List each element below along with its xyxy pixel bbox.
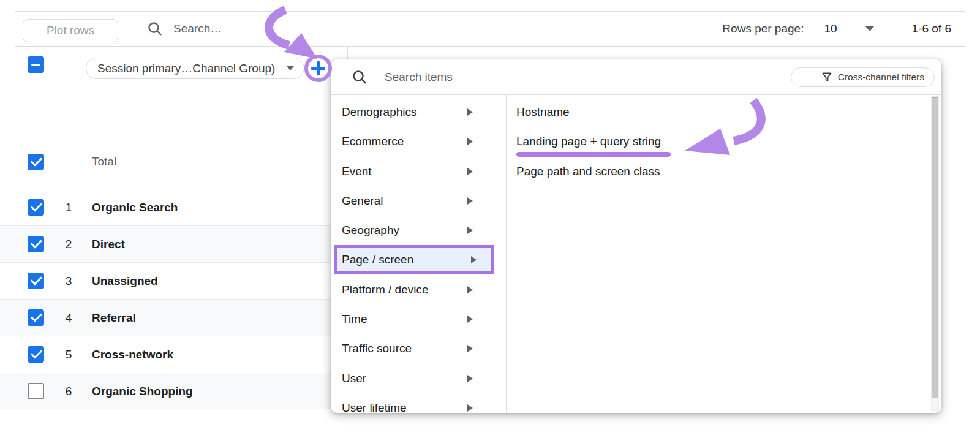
filter-funnel-icon bbox=[822, 72, 832, 82]
category-label: Time bbox=[342, 312, 368, 326]
table-row[interactable]: 3 Unassigned bbox=[0, 262, 331, 299]
table-total-row: Total bbox=[0, 151, 331, 172]
dimension-item-label: Landing page + query string bbox=[516, 135, 661, 148]
table-row[interactable]: 6 Organic Shopping bbox=[0, 373, 331, 409]
category-label: Page / screen bbox=[342, 253, 413, 267]
dimension-category-item[interactable]: User lifetime bbox=[331, 393, 506, 413]
search-input[interactable]: Search… bbox=[173, 22, 222, 36]
table-row[interactable]: 5 Cross-network bbox=[0, 336, 331, 373]
arrow-to-add-dimension bbox=[269, 10, 317, 59]
total-row-checkbox[interactable] bbox=[28, 154, 44, 170]
table-row[interactable]: 2 Direct bbox=[0, 225, 331, 262]
dimension-category-item[interactable]: General bbox=[331, 186, 506, 216]
table-rows: 1 Organic Search 2 Direct 3 Unassigned 4… bbox=[0, 189, 331, 409]
table-search[interactable]: Search… bbox=[147, 12, 222, 46]
search-icon bbox=[352, 69, 368, 85]
dimension-category-item[interactable]: Demographics bbox=[331, 97, 506, 127]
rows-per-page-label: Rows per page: bbox=[722, 22, 804, 36]
select-all-checkbox[interactable] bbox=[28, 56, 44, 73]
row-channel-label: Unassigned bbox=[92, 274, 158, 288]
cross-channel-filters-button[interactable]: Cross-channel filters bbox=[791, 67, 935, 87]
category-label: Traffic source bbox=[342, 342, 412, 355]
row-checkbox[interactable] bbox=[28, 383, 44, 399]
submenu-caret-icon bbox=[467, 108, 473, 116]
plus-icon bbox=[317, 61, 320, 75]
primary-dimension-label: Session primary…Channel Group) bbox=[97, 62, 275, 75]
picker-search-input[interactable]: Search items bbox=[385, 70, 453, 84]
table-row[interactable]: 4 Referral bbox=[0, 299, 331, 336]
dimension-category-item[interactable]: Page / screen bbox=[334, 245, 494, 274]
page-range-label: 1-6 of 6 bbox=[912, 22, 951, 36]
primary-dimension-dropdown[interactable]: Session primary…Channel Group) bbox=[86, 58, 304, 79]
search-icon bbox=[147, 21, 163, 37]
plot-rows-button[interactable]: Plot rows bbox=[23, 19, 118, 42]
category-label: Ecommerce bbox=[342, 135, 404, 148]
dimension-item-label: Page path and screen class bbox=[516, 165, 660, 178]
row-index: 5 bbox=[50, 348, 87, 361]
add-dimension-button[interactable] bbox=[304, 55, 332, 82]
dimension-category-item[interactable]: Traffic source bbox=[331, 334, 506, 363]
row-checkbox[interactable] bbox=[28, 309, 44, 326]
submenu-caret-icon bbox=[467, 286, 473, 293]
dimension-item[interactable]: Page path and screen class bbox=[507, 157, 941, 186]
category-label: General bbox=[342, 194, 383, 208]
submenu-caret-icon bbox=[467, 197, 473, 205]
submenu-caret-icon bbox=[467, 404, 473, 412]
dimension-category-item[interactable]: Geography bbox=[331, 216, 506, 245]
toolbar-divider bbox=[132, 12, 132, 46]
submenu-caret-icon bbox=[467, 168, 473, 175]
row-channel-label: Direct bbox=[92, 238, 125, 251]
row-channel-label: Organic Shopping bbox=[92, 385, 193, 398]
submenu-caret-icon bbox=[467, 316, 473, 323]
dimension-item[interactable]: Landing page + query string bbox=[507, 127, 941, 156]
row-index: 4 bbox=[50, 311, 87, 325]
row-checkbox[interactable] bbox=[28, 199, 44, 216]
analytics-report-page: Plot rows Search… Rows per page: 10 1-6 … bbox=[0, 0, 980, 435]
row-index: 3 bbox=[50, 274, 87, 288]
row-index: 2 bbox=[50, 238, 87, 251]
dimension-category-item[interactable]: User bbox=[331, 363, 506, 393]
picker-search-bar[interactable]: Search items Cross-channel filters bbox=[331, 59, 941, 95]
category-label: Demographics bbox=[342, 105, 417, 119]
row-index: 6 bbox=[50, 385, 87, 398]
category-label: Platform / device bbox=[342, 283, 429, 297]
table-row[interactable]: 1 Organic Search bbox=[0, 189, 331, 225]
dimension-caret-icon bbox=[287, 66, 294, 70]
cross-channel-filters-label: Cross-channel filters bbox=[838, 72, 924, 83]
submenu-caret-icon bbox=[467, 345, 473, 352]
dimension-category-item[interactable]: Time bbox=[331, 304, 506, 334]
dimension-picker-panel: Search items Cross-channel filters Demog… bbox=[331, 59, 941, 413]
rows-per-page-value[interactable]: 10 bbox=[824, 22, 837, 36]
row-checkbox[interactable] bbox=[28, 346, 44, 363]
row-checkbox[interactable] bbox=[28, 236, 44, 252]
row-channel-label: Referral bbox=[92, 311, 136, 325]
category-label: User lifetime bbox=[342, 401, 407, 413]
dimension-category-menu: Demographics Ecommerce Event Gen bbox=[331, 95, 507, 413]
category-label: User bbox=[342, 372, 366, 385]
dimension-item[interactable]: Hostname bbox=[507, 97, 941, 127]
dimension-category-item[interactable]: Ecommerce bbox=[331, 127, 506, 156]
dimension-category-item[interactable]: Event bbox=[331, 157, 506, 186]
submenu-caret-icon bbox=[471, 256, 477, 263]
row-channel-label: Organic Search bbox=[92, 201, 178, 214]
table-column-divider bbox=[347, 47, 348, 59]
picker-body: Demographics Ecommerce Event Gen bbox=[331, 95, 941, 413]
dimension-submenu: Hostname Landing page + query string Pag… bbox=[507, 95, 941, 413]
dimension-category-item[interactable]: Platform / device bbox=[331, 274, 506, 304]
category-label: Event bbox=[342, 165, 372, 178]
submenu-caret-icon bbox=[467, 227, 473, 234]
submenu-caret-icon bbox=[467, 138, 473, 145]
row-channel-label: Cross-network bbox=[92, 348, 173, 361]
pagination-controls: Rows per page: 10 1-6 of 6 bbox=[722, 12, 951, 46]
category-label: Geography bbox=[342, 224, 399, 237]
toolbar-bottom-border bbox=[15, 46, 965, 47]
total-row-label: Total bbox=[92, 155, 116, 168]
submenu-caret-icon bbox=[467, 375, 473, 382]
row-index: 1 bbox=[50, 201, 87, 214]
dimension-item-label: Hostname bbox=[516, 105, 570, 119]
row-checkbox[interactable] bbox=[28, 273, 44, 289]
rows-per-page-caret-icon[interactable] bbox=[865, 26, 874, 31]
